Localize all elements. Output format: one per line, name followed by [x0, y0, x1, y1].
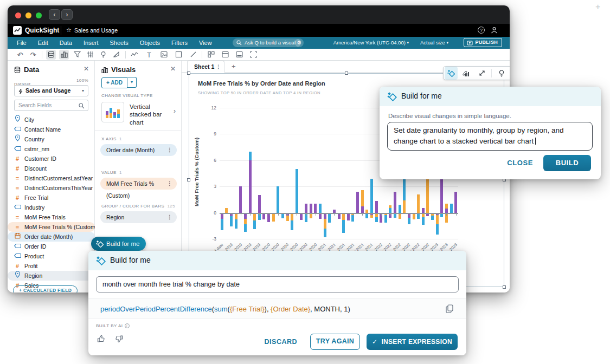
field-contact-name[interactable]: Contact Name: [8, 125, 95, 134]
bar-segment[interactable]: [347, 214, 350, 220]
bar-segment[interactable]: [296, 169, 298, 213]
bar-segment[interactable]: [389, 205, 391, 209]
resize-handle[interactable]: [187, 72, 190, 75]
close-traffic-light[interactable]: [15, 12, 21, 18]
bar-segment[interactable]: [291, 220, 293, 230]
bar-segment[interactable]: [310, 214, 312, 218]
bar-segment[interactable]: [281, 214, 284, 218]
field-country[interactable]: Country: [8, 134, 95, 144]
bar-segment[interactable]: [417, 194, 420, 213]
bar-segment[interactable]: [253, 220, 256, 229]
field-region[interactable]: Region: [8, 271, 95, 281]
bar-segment[interactable]: [370, 215, 373, 218]
bar-segment[interactable]: [249, 160, 252, 213]
add-sheet-button[interactable]: +: [232, 62, 236, 70]
maximize-icon[interactable]: [476, 67, 489, 80]
menu-item-objects[interactable]: Objects: [140, 37, 160, 49]
bar-segment[interactable]: [324, 229, 326, 237]
field-profit[interactable]: #Profit: [8, 261, 95, 271]
bar-segment[interactable]: [319, 204, 322, 212]
try-again-button[interactable]: TRY AGAIN: [310, 334, 360, 350]
bottombar-layout-icon[interactable]: [234, 50, 244, 60]
user-icon[interactable]: [491, 27, 498, 34]
insert-expression-button[interactable]: ✓INSERT EXPRESSION: [367, 334, 458, 350]
insights-bulb-icon[interactable]: [495, 67, 508, 80]
field-customer-id[interactable]: #Customer ID: [8, 154, 95, 164]
bar-segment[interactable]: [319, 214, 322, 219]
minimize-traffic-light[interactable]: [25, 12, 31, 18]
bar-segment[interactable]: [310, 204, 312, 212]
bar-segment[interactable]: [436, 215, 439, 224]
topbar-layout-icon[interactable]: [220, 50, 230, 60]
info-icon[interactable]: i: [125, 323, 130, 328]
field-free-trial[interactable]: #Free Trial: [8, 193, 95, 203]
field-mom-free-trials-custom-[interactable]: =MoM Free Trials % (Custom): [8, 222, 95, 232]
bar-segment[interactable]: [361, 190, 364, 207]
fullscreen-icon[interactable]: [248, 50, 258, 60]
bar-segment[interactable]: [328, 214, 331, 223]
bar-segment[interactable]: [422, 208, 425, 212]
add-visual-button[interactable]: + ADD▾: [101, 77, 137, 88]
menu-item-insert[interactable]: Insert: [84, 37, 99, 49]
field-well-order-date-month-[interactable]: Order date (Month)⋮: [100, 144, 177, 156]
bar-segment[interactable]: [333, 210, 336, 213]
query-input[interactable]: month over month free trial % change by …: [96, 276, 459, 292]
help-icon[interactable]: ?: [478, 27, 485, 34]
bar-segment[interactable]: [356, 192, 359, 213]
bar-segment[interactable]: [408, 218, 410, 224]
redo-icon[interactable]: ↷: [28, 50, 38, 60]
discard-button[interactable]: DISCARD: [265, 338, 297, 346]
copy-icon[interactable]: [446, 304, 453, 313]
bar-segment[interactable]: [403, 179, 406, 200]
sparkline-icon[interactable]: [130, 50, 139, 60]
bar-segment[interactable]: [394, 214, 396, 218]
bar-segment[interactable]: [277, 186, 279, 212]
image-icon[interactable]: [159, 50, 169, 60]
layout-icon[interactable]: [206, 50, 216, 60]
bar-segment[interactable]: [235, 219, 237, 228]
pill-menu-icon[interactable]: ⋮: [167, 211, 172, 223]
bar-segment[interactable]: [422, 217, 425, 225]
field-well-mom-free-trials-custom-[interactable]: MoM Free Trials % (Custom)⋮: [100, 178, 177, 190]
forward-button[interactable]: ›: [61, 9, 73, 20]
menu-item-file[interactable]: File: [17, 37, 27, 49]
line-icon[interactable]: [188, 50, 198, 60]
bar-segment[interactable]: [384, 215, 387, 223]
bar-segment[interactable]: [389, 208, 391, 212]
bar-segment[interactable]: [342, 220, 345, 232]
bar-segment[interactable]: [351, 215, 354, 222]
parameters-icon[interactable]: [85, 50, 95, 60]
bar-segment[interactable]: [272, 214, 275, 222]
bar-segment[interactable]: [225, 208, 228, 212]
bar-segment[interactable]: [436, 224, 439, 235]
bar-segment[interactable]: [375, 201, 378, 213]
field-well-region[interactable]: Region⋮: [100, 211, 177, 223]
field-mom-free-trials[interactable]: =MoM Free Trials: [8, 212, 95, 222]
build-for-me-button[interactable]: Build for me: [91, 237, 146, 251]
bar-segment[interactable]: [300, 214, 303, 220]
field-order-date-month-[interactable]: Order date (Month): [8, 232, 95, 242]
bar-segment[interactable]: [450, 204, 453, 212]
menu-item-filters[interactable]: Filters: [171, 37, 188, 49]
bar-segment[interactable]: [413, 214, 415, 219]
menu-item-data[interactable]: Data: [60, 37, 72, 49]
bar-segment[interactable]: [239, 186, 242, 212]
bar-segment[interactable]: [399, 205, 401, 213]
bar-segment[interactable]: [305, 204, 307, 212]
calculated-field-button[interactable]: + CALCULATED FIELD: [13, 285, 78, 292]
visual-type-selector[interactable]: Vertical stacked bar chart ›: [101, 101, 176, 125]
bar-segment[interactable]: [244, 219, 247, 224]
shape-icon[interactable]: [174, 50, 183, 60]
bar-segment[interactable]: [403, 200, 406, 213]
close-button[interactable]: CLOSE: [507, 159, 533, 167]
star-icon[interactable]: ☆: [66, 27, 72, 34]
ask-q-button[interactable]: Ask Q to build a visual: [233, 38, 301, 47]
insights-icon[interactable]: [98, 50, 108, 60]
bar-segment[interactable]: [375, 217, 378, 223]
bar-segment[interactable]: [262, 214, 265, 219]
build-for-me-icon[interactable]: [445, 67, 458, 80]
bar-segment[interactable]: [426, 175, 429, 212]
brand-name[interactable]: QuickSight: [25, 27, 59, 34]
format-visual-icon[interactable]: [460, 67, 473, 80]
back-button[interactable]: ‹: [49, 9, 60, 20]
